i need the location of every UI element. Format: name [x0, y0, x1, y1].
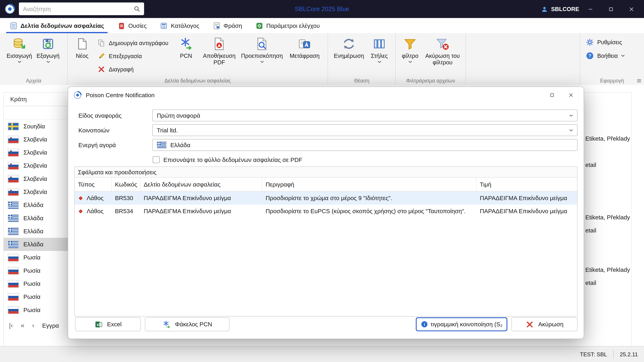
search-input[interactable] — [19, 5, 134, 12]
greece-flag-icon — [8, 214, 19, 222]
maximize-icon — [608, 6, 614, 12]
group-label-filtering: Φιλτράρισμα αρχείων — [396, 78, 466, 84]
save-pdf-button[interactable]: Αποθήκευση PDF — [199, 33, 240, 66]
country-name: Ελλάδα — [23, 228, 43, 234]
tab-substances[interactable]: Ουσίες — [114, 18, 150, 33]
export-label: Εξαγωγή — [36, 53, 60, 59]
global-search[interactable] — [19, 2, 144, 15]
pager-prev-group-button[interactable]: « — [21, 322, 24, 329]
dialog-titlebar[interactable]: Poison Centre Notification — [68, 87, 584, 103]
minimize-button[interactable] — [580, 0, 600, 18]
notifier-select[interactable]: Trial ltd. — [152, 124, 578, 136]
column-header-sds[interactable]: Δελτίο δεδομένων ασφαλείας — [140, 178, 262, 191]
report-type-value: Πρώτη αναφορά — [157, 112, 200, 119]
catalog-tab-icon — [160, 21, 168, 30]
cancel-button[interactable]: Ακύρωση — [512, 317, 578, 331]
window-controls — [580, 0, 642, 18]
ribbon-group-files: Εισαγωγή Εξαγωγή Αρχεία — [0, 33, 68, 85]
group-menu-icon[interactable] — [636, 78, 642, 84]
delete-label: Διαγραφή — [109, 66, 134, 73]
settings-button[interactable]: Ρυθμίσεις — [586, 38, 622, 46]
clear-filter-label: Ακύρωση του φίλτρου — [422, 53, 463, 66]
export-button[interactable]: Εξαγωγή — [34, 33, 62, 63]
maximize-button[interactable] — [600, 0, 621, 18]
ribbon-tabbar: Δελτία δεδομένων ασφαλείας Ουσίες Κατάλο… — [0, 18, 644, 34]
pager-first-button[interactable]: |‹ — [9, 322, 13, 329]
close-icon — [568, 92, 574, 98]
cell-fragment: Etiketa, Překlady — [585, 132, 630, 145]
pdf-icon — [212, 37, 226, 51]
edit-button[interactable]: Επεξεργασία — [97, 52, 168, 60]
report-type-label: Είδος αναφοράς — [78, 112, 122, 119]
excel-label: Excel — [107, 321, 122, 328]
column-header-code[interactable]: Κωδικός — [112, 178, 140, 191]
dialog-title: Poison Centre Notification — [86, 92, 154, 98]
excel-button[interactable]: Excel — [75, 317, 141, 331]
chevron-down-icon — [18, 60, 21, 63]
errors-panel-title: Σφάλματα και προειδοποιήσεις — [75, 167, 577, 178]
close-icon — [628, 6, 634, 12]
country-name: Ρωσία — [23, 307, 40, 313]
errors-panel: Σφάλματα και προειδοποιήσεις Τύπος Κωδικ… — [74, 167, 578, 316]
tab-safety-data-sheets[interactable]: Δελτία δεδομένων ασφαλείας — [6, 18, 108, 33]
clear-filter-button[interactable]: Ακύρωση του φίλτρου — [422, 33, 463, 66]
preview-icon — [255, 37, 269, 51]
help-icon — [586, 52, 594, 60]
dialog-maximize-button[interactable] — [543, 87, 562, 103]
tab-label: Κατάλογος — [171, 22, 199, 29]
error-row[interactable]: Λάθος BR530 ΠΑΡΑΔΕΙΓΜΑ Επικίνδυνο μείγμα… — [75, 191, 577, 204]
preview-button[interactable]: Προεπισκόπηση — [240, 33, 284, 63]
active-market-field[interactable]: Ελλάδα — [152, 139, 578, 151]
help-button[interactable]: Βοήθεια — [586, 52, 625, 60]
attach-sds-checkbox[interactable] — [153, 156, 160, 163]
chevron-down-icon — [378, 60, 381, 63]
pager-prev-button[interactable]: ‹ — [32, 322, 34, 329]
chevron-down-icon — [621, 54, 625, 57]
account-button[interactable]: SBLCORE — [541, 0, 579, 18]
dialog-close-button[interactable] — [562, 87, 580, 103]
columns-button[interactable]: Στήλες — [367, 33, 392, 63]
titlebar: SBLCore 2025 Blue SBLCORE — [0, 0, 644, 18]
tab-catalog[interactable]: Κατάλογος — [156, 18, 203, 33]
import-database-icon — [12, 37, 26, 51]
group-label-files: Αρχεία — [0, 78, 67, 84]
slovenia-flag-icon — [8, 149, 19, 156]
greece-flag-icon — [8, 240, 19, 248]
column-header-type[interactable]: Τύπος — [75, 178, 112, 191]
pcn-icon — [179, 37, 193, 51]
filter-button[interactable]: φίλτρο — [398, 33, 422, 63]
sds-small-actions: Δημιουργία αντιγράφου Επεξεργασία Διαγρα… — [94, 33, 173, 73]
phrase-tab-icon — [212, 21, 221, 30]
column-header-description[interactable]: Περιγραφή — [262, 178, 476, 191]
copy-button[interactable]: Δημιουργία αντιγράφου — [97, 39, 168, 47]
maximize-icon — [549, 92, 555, 98]
refresh-icon — [342, 37, 356, 51]
account-label: SBLCORE — [551, 6, 579, 12]
tab-phrase[interactable]: Φράση — [209, 18, 246, 33]
cell-fragment: etail — [585, 158, 630, 171]
close-button[interactable] — [621, 0, 642, 18]
cell-fragment: etail — [585, 276, 630, 289]
report-type-select[interactable]: Πρώτη αναφορά — [152, 109, 578, 121]
search-icon[interactable] — [134, 5, 140, 12]
russia-flag-icon — [8, 306, 19, 314]
error-type: Λάθος — [86, 195, 104, 201]
new-button[interactable]: Νέος — [70, 33, 94, 59]
app-logo-icon — [4, 4, 15, 14]
pcn-folder-button[interactable]: Φάκελος PCN — [145, 317, 230, 331]
greece-flag-icon — [8, 227, 19, 235]
import-button[interactable]: Εισαγωγή — [5, 33, 34, 63]
delete-button[interactable]: Διαγραφή — [97, 65, 168, 73]
filter-label: φίλτρο — [402, 53, 418, 59]
error-sds: ΠΑΡΑΔΕΙΓΜΑ Επικίνδυνο μείγμα — [140, 205, 262, 218]
error-row[interactable]: Λάθος BR534 ΠΑΡΑΔΕΙΓΜΑ Επικίνδυνο μείγμα… — [75, 205, 577, 218]
pcn-button[interactable]: PCN — [173, 33, 199, 59]
translate-icon — [298, 37, 312, 51]
tab-control-parameters[interactable]: Παράμετροι ελέγχου — [252, 18, 324, 33]
online-notification-button[interactable]: τιγραμμική κοινοποίηση (S₂ — [416, 317, 508, 331]
chevron-down-icon — [569, 114, 573, 117]
translate-button[interactable]: Μετάφραση — [284, 33, 325, 59]
column-header-value[interactable]: Τιμή — [476, 178, 577, 191]
active-market-label: Ενεργή αγορά — [78, 142, 116, 148]
refresh-button[interactable]: Ενημέρωση — [331, 33, 366, 59]
